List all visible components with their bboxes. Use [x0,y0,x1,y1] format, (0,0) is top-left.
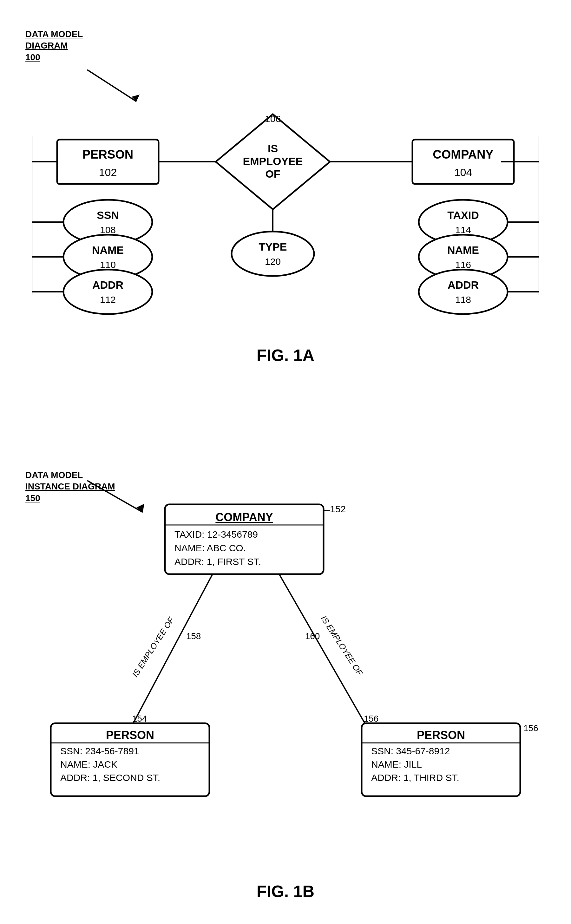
svg-text:PERSON: PERSON [106,729,154,742]
svg-text:118: 118 [455,295,471,305]
svg-text:COMPANY: COMPANY [215,511,273,524]
fig1b-caption: FIG. 1B [0,882,571,901]
svg-line-56 [133,574,213,723]
fig1a-title-line2: DIAGRAM [25,40,83,51]
svg-text:IS EMPLOYEE OF: IS EMPLOYEE OF [319,614,365,677]
svg-text:ADDR: ADDR [448,279,479,291]
svg-text:PERSON: PERSON [417,729,465,742]
svg-text:SSN: 234-56-7891: SSN: 234-56-7891 [60,746,139,756]
svg-text:102: 102 [99,166,117,178]
svg-line-46 [87,481,143,512]
svg-text:156: 156 [364,714,379,723]
svg-text:TYPE: TYPE [259,241,287,253]
svg-point-15 [231,231,314,276]
svg-text:PERSON: PERSON [82,148,133,161]
svg-text:NAME: NAME [447,244,479,256]
svg-text:TAXID: 12-3456789: TAXID: 12-3456789 [174,529,258,540]
svg-text:156: 156 [523,723,538,733]
fig1a-title-line1: DATA MODEL [25,29,83,40]
svg-text:IS EMPLOYEE OF: IS EMPLOYEE OF [130,615,176,679]
svg-line-57 [279,574,365,723]
page: DATA MODEL DIAGRAM 100 PERSON 102 COMPAN… [0,0,571,924]
svg-marker-1 [132,94,140,102]
svg-text:NAME: ABC CO.: NAME: ABC CO. [174,543,246,553]
svg-text:106: 106 [265,114,281,124]
svg-point-29 [63,270,152,314]
svg-text:152: 152 [330,504,346,514]
fig1a-container: DATA MODEL DIAGRAM 100 PERSON 102 COMPAN… [0,13,571,457]
fig1a-caption: FIG. 1A [0,346,571,365]
svg-text:NAME: JILL: NAME: JILL [371,759,422,770]
svg-point-43 [419,270,508,314]
svg-text:160: 160 [305,631,320,641]
fig1a-diagram: PERSON 102 COMPANY 104 IS EMPLOYEE OF 10… [32,54,539,339]
svg-text:ADDR: ADDR [92,279,123,291]
svg-text:SSN: SSN [97,209,119,221]
svg-text:EMPLOYEE: EMPLOYEE [243,155,303,167]
svg-text:104: 104 [454,166,472,178]
svg-text:120: 120 [265,256,281,267]
svg-text:108: 108 [100,225,116,235]
svg-text:154: 154 [132,714,147,723]
svg-text:NAME: JACK: NAME: JACK [60,759,117,770]
svg-text:158: 158 [186,631,201,641]
svg-text:110: 110 [100,259,116,270]
svg-text:COMPANY: COMPANY [433,148,493,161]
svg-text:ADDR: 1, FIRST ST.: ADDR: 1, FIRST ST. [174,556,261,567]
svg-text:SSN: 345-67-8912: SSN: 345-67-8912 [371,746,450,756]
fig1b-diagram: COMPANY TAXID: 12-3456789 NAME: ABC CO. … [32,463,539,869]
svg-text:ADDR: 1, SECOND ST.: ADDR: 1, SECOND ST. [60,772,160,783]
svg-text:ADDR: 1, THIRD ST.: ADDR: 1, THIRD ST. [371,772,459,783]
svg-text:114: 114 [455,225,471,235]
svg-text:112: 112 [100,295,116,305]
svg-text:IS: IS [268,142,278,154]
svg-line-0 [87,70,136,102]
svg-text:NAME: NAME [92,244,124,256]
fig1b-container: DATA MODEL INSTANCE DIAGRAM 150 COMPANY … [0,444,571,924]
svg-text:TAXID: TAXID [447,209,479,221]
svg-text:116: 116 [455,259,471,270]
svg-text:OF: OF [265,168,280,180]
